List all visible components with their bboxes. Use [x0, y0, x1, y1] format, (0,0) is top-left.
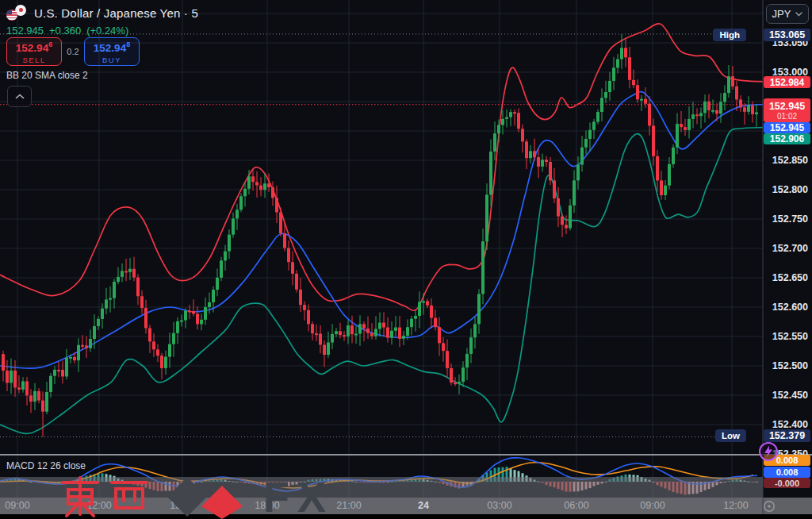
time-label: 09:00	[0, 500, 35, 511]
price-axis[interactable]: 153.050153.000152.850152.800152.750152.7…	[763, 0, 812, 477]
time-label: 06:00	[559, 500, 594, 511]
price-tick: 152.600	[772, 302, 808, 313]
chart-canvas[interactable]	[0, 0, 812, 519]
timezone-settings-icon[interactable]	[763, 500, 776, 513]
chevron-down-icon	[795, 12, 802, 17]
bb-indicator-label[interactable]: BB 20 SMA close 2	[6, 70, 88, 81]
time-label: 21:00	[331, 500, 366, 511]
price-tick: 152.500	[772, 360, 808, 371]
symbol-title: U.S. Dollar / Japanese Yen · 5	[34, 6, 198, 20]
price-tick: 152.550	[772, 331, 808, 342]
price-tick: 152.400	[772, 419, 808, 430]
high-price-badge: 153.065	[764, 29, 810, 41]
time-label: 03:00	[482, 500, 517, 511]
price-tick: 152.750	[772, 213, 808, 225]
chart-legend: U.S. Dollar / Japanese Yen · 5 152.945 +…	[6, 4, 198, 37]
price-tick: 152.650	[772, 272, 808, 283]
bb-basis-badge: 152.945	[764, 122, 810, 133]
trade-buttons-row: 152.946 SELL 0.2 152.948 BUY	[6, 37, 140, 66]
bb-upper-badge: 152.984	[764, 76, 810, 88]
high-word-badge: High	[713, 29, 746, 41]
watermark-fx-text: FX	[263, 475, 334, 518]
chevron-up-icon	[15, 94, 25, 99]
price-change-row: 152.945 +0.360 (+0.24%)	[6, 25, 198, 37]
change-text: +0.360	[49, 25, 81, 37]
currency-dropdown[interactable]: JPY	[766, 4, 809, 24]
spread-value: 0.2	[62, 47, 84, 56]
sell-button[interactable]: 152.946 SELL	[6, 37, 62, 66]
collapse-legend-button[interactable]	[7, 86, 32, 107]
last-price-badge: 152.945 01:02	[764, 98, 810, 122]
currency-value: JPY	[772, 8, 791, 20]
symbol-row[interactable]: U.S. Dollar / Japanese Yen · 5	[6, 4, 198, 21]
trading-app-window: FX U.S. Dollar / Japanese Yen · 5 152.94…	[0, 0, 812, 519]
price-tick: 152.700	[772, 243, 808, 254]
macd-line-badge: 0.008	[764, 467, 810, 478]
watermark-diamond-icon	[165, 475, 251, 519]
price-tick: 152.800	[772, 184, 808, 195]
macd-indicator-label[interactable]: MACD 12 26 close	[6, 460, 86, 471]
buy-button[interactable]: 152.948 BUY	[84, 37, 140, 66]
change-pct-text: (+0.24%)	[86, 25, 128, 37]
flash-trade-icon[interactable]	[757, 440, 779, 463]
time-label: 24	[406, 500, 441, 511]
watermark-cjk-icon	[59, 475, 152, 519]
us-flag-icon	[6, 10, 17, 21]
time-label: 09:00	[635, 500, 670, 511]
sell-label: SELL	[22, 56, 45, 64]
bb-lower-badge: 152.906	[764, 133, 810, 144]
broker-watermark: FX	[59, 474, 334, 519]
price-tick: 152.450	[772, 390, 808, 401]
time-label: 12:00	[718, 500, 753, 511]
low-word-badge: Low	[715, 429, 746, 442]
buy-label: BUY	[102, 56, 121, 64]
price-tick: 152.850	[772, 155, 808, 166]
macd-hist-badge: -0.000	[764, 478, 810, 488]
candle-countdown: 01:02	[777, 112, 797, 121]
usdjpy-flags-icon	[6, 5, 29, 21]
last-price-text: 152.945	[6, 25, 44, 37]
